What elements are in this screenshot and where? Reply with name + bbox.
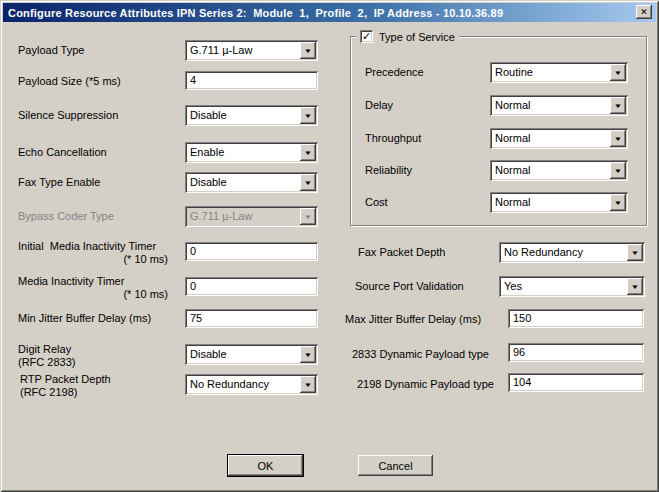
digit-relay-label: Digit Relay(RFC 2833) bbox=[18, 343, 168, 369]
payload-type-select[interactable]: G.711 µ-Law ▼ bbox=[185, 40, 318, 61]
dropdown-arrow-icon[interactable]: ▼ bbox=[610, 130, 626, 147]
fax-packet-depth-label: Fax Packet Depth bbox=[358, 246, 445, 259]
rtp-packet-depth-label: RTP Packet Depth(RFC 2198) bbox=[20, 373, 170, 399]
payload-type-label: Payload Type bbox=[18, 44, 84, 57]
cancel-button[interactable]: Cancel bbox=[358, 455, 433, 476]
checkmark-icon: ✓ bbox=[362, 31, 371, 42]
initial-media-inactivity-input[interactable]: 0 bbox=[185, 242, 318, 261]
echo-cancellation-label: Echo Cancellation bbox=[18, 146, 107, 159]
dynamic-2833-label: 2833 Dynamic Payload type bbox=[352, 348, 489, 361]
dynamic-2198-input[interactable]: 104 bbox=[508, 373, 644, 392]
media-inactivity-input[interactable]: 0 bbox=[185, 277, 318, 296]
min-jitter-label: Min Jitter Buffer Delay (ms) bbox=[18, 312, 151, 325]
window-title: Configure Resource Attributes IPN Series… bbox=[3, 7, 503, 19]
delay-select[interactable]: Normal ▼ bbox=[490, 95, 628, 116]
rtp-packet-depth-select[interactable]: No Redundancy ▼ bbox=[185, 374, 318, 395]
fax-type-enable-select[interactable]: Disable ▼ bbox=[185, 172, 318, 193]
max-jitter-label: Max Jitter Buffer Delay (ms) bbox=[345, 313, 481, 326]
payload-size-input[interactable]: 4 bbox=[185, 71, 318, 90]
digit-relay-select[interactable]: Disable ▼ bbox=[185, 344, 318, 365]
max-jitter-input[interactable]: 150 bbox=[508, 309, 644, 328]
min-jitter-input[interactable]: 75 bbox=[185, 309, 318, 328]
dropdown-arrow-icon[interactable]: ▼ bbox=[300, 376, 316, 393]
dropdown-arrow-icon[interactable]: ▼ bbox=[627, 244, 643, 261]
dropdown-arrow-icon: ▼ bbox=[300, 208, 316, 225]
bypass-coder-type-label: Bypass Coder Type bbox=[18, 210, 114, 223]
title-bar: Configure Resource Attributes IPN Series… bbox=[3, 3, 656, 22]
source-port-validation-label: Source Port Validation bbox=[355, 280, 464, 293]
close-icon: ✕ bbox=[640, 8, 648, 17]
dropdown-arrow-icon[interactable]: ▼ bbox=[300, 107, 316, 124]
cost-select[interactable]: Normal ▼ bbox=[490, 192, 628, 213]
silence-suppression-select[interactable]: Disable ▼ bbox=[185, 105, 318, 126]
dropdown-arrow-icon[interactable]: ▼ bbox=[610, 194, 626, 211]
dropdown-arrow-icon[interactable]: ▼ bbox=[300, 346, 316, 363]
dynamic-2833-input[interactable]: 96 bbox=[508, 343, 644, 362]
dropdown-arrow-icon[interactable]: ▼ bbox=[610, 97, 626, 114]
configure-resource-attributes-dialog: Configure Resource Attributes IPN Series… bbox=[0, 0, 659, 492]
precedence-label: Precedence bbox=[365, 66, 424, 79]
media-inactivity-label: Media Inactivity Timer(* 10 ms) bbox=[18, 275, 168, 301]
ok-button[interactable]: OK bbox=[227, 454, 304, 477]
dynamic-2198-label: 2198 Dynamic Payload type bbox=[357, 378, 494, 391]
bypass-coder-type-select: G.711 µ-Law ▼ bbox=[185, 206, 318, 227]
fax-type-enable-label: Fax Type Enable bbox=[18, 176, 100, 189]
throughput-select[interactable]: Normal ▼ bbox=[490, 128, 628, 149]
reliability-label: Reliability bbox=[365, 164, 412, 177]
dropdown-arrow-icon[interactable]: ▼ bbox=[300, 144, 316, 161]
type-of-service-checkbox[interactable]: ✓ bbox=[360, 30, 373, 43]
source-port-validation-select[interactable]: Yes ▼ bbox=[499, 276, 645, 297]
dropdown-arrow-icon[interactable]: ▼ bbox=[627, 278, 643, 295]
dropdown-arrow-icon[interactable]: ▼ bbox=[610, 64, 626, 81]
dropdown-arrow-icon[interactable]: ▼ bbox=[300, 42, 316, 59]
type-of-service-header: ✓ Type of Service bbox=[356, 29, 459, 44]
payload-size-label: Payload Size (*5 ms) bbox=[18, 75, 121, 88]
silence-suppression-label: Silence Suppression bbox=[18, 109, 118, 122]
reliability-select[interactable]: Normal ▼ bbox=[490, 160, 628, 181]
initial-media-inactivity-label: Initial Media Inactivity Timer(* 10 ms) bbox=[18, 240, 168, 266]
fax-packet-depth-select[interactable]: No Redundancy ▼ bbox=[499, 242, 645, 263]
type-of-service-label: Type of Service bbox=[379, 31, 455, 43]
close-button[interactable]: ✕ bbox=[636, 5, 652, 19]
precedence-select[interactable]: Routine ▼ bbox=[490, 62, 628, 83]
echo-cancellation-select[interactable]: Enable ▼ bbox=[185, 142, 318, 163]
throughput-label: Throughput bbox=[365, 132, 421, 145]
dropdown-arrow-icon[interactable]: ▼ bbox=[300, 174, 316, 191]
delay-label: Delay bbox=[365, 99, 393, 112]
dropdown-arrow-icon[interactable]: ▼ bbox=[610, 162, 626, 179]
cost-label: Cost bbox=[365, 196, 388, 209]
